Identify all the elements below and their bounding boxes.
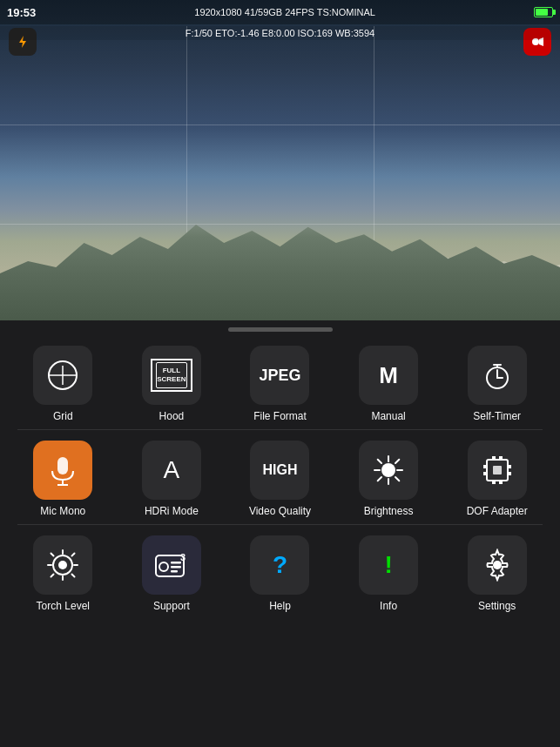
help-item[interactable]: ? Help bbox=[236, 535, 323, 612]
svg-rect-29 bbox=[483, 465, 488, 468]
bottom-panel: Grid FULL SCREEN Hood JPEG File Format bbox=[0, 320, 560, 747]
svg-rect-32 bbox=[507, 472, 511, 475]
status-bar: 19:53 1920x1080 41/59GB 24FPS TS:NOMINAL bbox=[0, 0, 560, 24]
safe-area bbox=[0, 619, 560, 636]
drag-handle[interactable] bbox=[228, 327, 333, 332]
info-label: Info bbox=[380, 600, 397, 612]
high-icon: HIGH bbox=[262, 462, 297, 478]
svg-line-40 bbox=[51, 554, 54, 556]
camera-info: 1920x1080 41/59GB 24FPS TS:NOMINAL bbox=[36, 7, 534, 17]
grid-overlay bbox=[0, 26, 560, 322]
svg-rect-27 bbox=[492, 480, 496, 484]
svg-line-41 bbox=[72, 575, 75, 577]
fullscreen-icon: FULL SCREEN bbox=[151, 359, 192, 392]
info-icon-box: ! bbox=[359, 535, 418, 595]
jpeg-icon: JPEG bbox=[259, 367, 300, 385]
time-display: 19:53 bbox=[7, 6, 36, 19]
hood-item[interactable]: FULL SCREEN Hood bbox=[128, 346, 215, 422]
svg-line-21 bbox=[395, 477, 399, 481]
grid-icon-box bbox=[33, 346, 92, 405]
self-timer-label: Self-Timer bbox=[473, 410, 521, 422]
video-quality-label: Video Quality bbox=[249, 505, 311, 517]
svg-line-42 bbox=[72, 554, 75, 556]
battery-fill bbox=[536, 9, 548, 16]
support-icon-box: 3 bbox=[142, 535, 201, 595]
video-quality-icon-box: HIGH bbox=[250, 441, 309, 500]
svg-line-20 bbox=[378, 460, 381, 463]
video-quality-item[interactable]: HIGH Video Quality bbox=[236, 441, 323, 517]
brightness-item[interactable]: Brightness bbox=[345, 441, 432, 517]
hood-icon-box: FULL SCREEN bbox=[142, 346, 201, 405]
dof-adapter-icon-box bbox=[468, 441, 527, 500]
svg-rect-47 bbox=[171, 566, 181, 569]
mic-mono-icon-box bbox=[33, 441, 92, 500]
hdri-icon: A bbox=[164, 456, 180, 484]
hood-label: Hood bbox=[159, 410, 185, 422]
torch-level-item[interactable]: Torch Level bbox=[19, 535, 106, 612]
svg-point-45 bbox=[159, 562, 168, 571]
dof-adapter-item[interactable]: DOF Adapter bbox=[454, 441, 541, 517]
svg-point-35 bbox=[58, 561, 67, 569]
file-format-item[interactable]: JPEG File Format bbox=[236, 346, 323, 422]
hdri-mode-label: HDRi Mode bbox=[145, 505, 199, 517]
manual-icon-box: M bbox=[359, 346, 418, 405]
svg-rect-28 bbox=[499, 480, 503, 484]
icon-row-2: Mic Mono A HDRi Mode HIGH Video Quality bbox=[0, 430, 560, 524]
manual-label: Manual bbox=[371, 410, 405, 422]
svg-rect-33 bbox=[493, 466, 502, 474]
svg-point-15 bbox=[381, 463, 395, 477]
svg-text:3: 3 bbox=[180, 552, 186, 562]
support-label: Support bbox=[153, 600, 190, 612]
svg-point-50 bbox=[493, 561, 502, 569]
mic-mono-item[interactable]: Mic Mono bbox=[19, 441, 106, 517]
svg-rect-12 bbox=[57, 457, 68, 474]
camera-params: F:1/50 ETO:-1.46 E8:0.00 ISO:169 WB:3594 bbox=[0, 26, 560, 40]
brightness-label: Brightness bbox=[364, 505, 414, 517]
svg-rect-26 bbox=[499, 456, 503, 461]
hdri-mode-icon-box: A bbox=[142, 441, 201, 500]
grid-item[interactable]: Grid bbox=[19, 346, 106, 422]
settings-label: Settings bbox=[478, 600, 516, 612]
svg-rect-30 bbox=[483, 472, 488, 475]
mic-mono-label: Mic Mono bbox=[40, 505, 85, 517]
info-item[interactable]: ! Info bbox=[345, 535, 432, 612]
icon-row-1: Grid FULL SCREEN Hood JPEG File Format bbox=[0, 335, 560, 429]
hdri-mode-item[interactable]: A HDRi Mode bbox=[128, 441, 215, 517]
camera-viewfinder: 19:53 1920x1080 41/59GB 24FPS TS:NOMINAL… bbox=[0, 0, 560, 322]
battery-icon bbox=[534, 7, 553, 17]
help-label: Help bbox=[269, 600, 291, 612]
file-format-icon-box: JPEG bbox=[250, 346, 309, 405]
icon-row-3: Torch Level 3 Support ? Help bbox=[0, 525, 560, 619]
question-icon: ? bbox=[273, 551, 287, 579]
help-icon-box: ? bbox=[250, 535, 309, 595]
support-item[interactable]: 3 Support bbox=[128, 535, 215, 612]
torch-level-label: Torch Level bbox=[37, 600, 90, 612]
grid-label: Grid bbox=[53, 410, 73, 422]
self-timer-icon-box bbox=[468, 346, 527, 405]
svg-line-23 bbox=[378, 477, 381, 481]
svg-rect-25 bbox=[492, 456, 496, 461]
torch-level-icon-box bbox=[33, 535, 92, 595]
self-timer-item[interactable]: Self-Timer bbox=[454, 346, 541, 422]
svg-line-22 bbox=[395, 460, 399, 463]
battery-area bbox=[534, 7, 553, 17]
svg-line-43 bbox=[51, 575, 54, 577]
settings-icon-box bbox=[468, 535, 527, 595]
svg-rect-31 bbox=[507, 465, 511, 468]
exclamation-icon: ! bbox=[384, 551, 392, 579]
settings-item[interactable]: Settings bbox=[454, 535, 541, 612]
dof-adapter-label: DOF Adapter bbox=[467, 505, 528, 517]
m-icon: M bbox=[379, 362, 398, 389]
manual-item[interactable]: M Manual bbox=[345, 346, 432, 422]
file-format-label: File Format bbox=[253, 410, 307, 422]
brightness-icon-box bbox=[359, 441, 418, 500]
svg-rect-48 bbox=[171, 570, 178, 573]
